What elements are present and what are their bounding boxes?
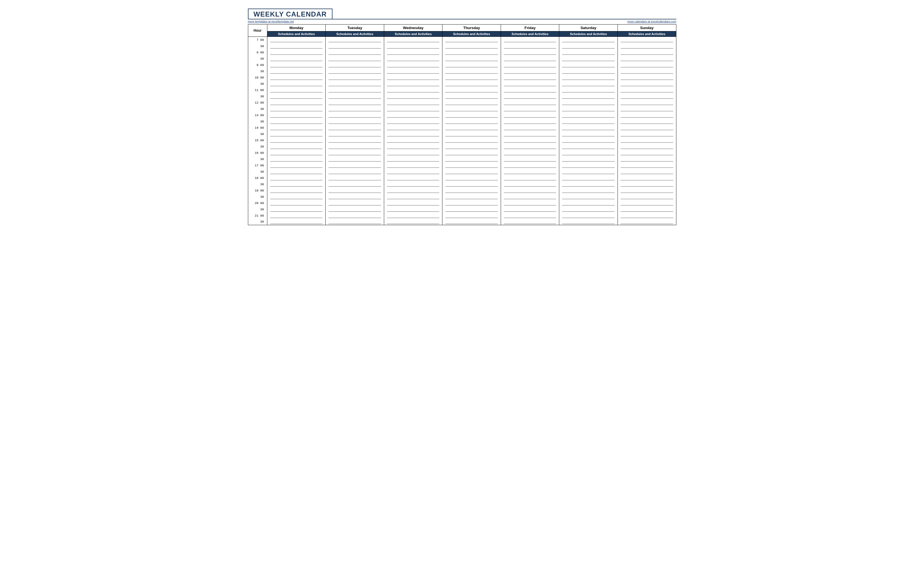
schedule-slot[interactable]: [267, 156, 326, 162]
schedule-slot[interactable]: [442, 55, 501, 62]
schedule-slot[interactable]: [267, 43, 326, 49]
schedule-slot[interactable]: [559, 43, 618, 49]
schedule-slot[interactable]: [442, 68, 501, 75]
schedule-slot[interactable]: [384, 187, 442, 194]
templates-link[interactable]: more templates at exceltemplate.net: [248, 20, 294, 23]
schedule-slot[interactable]: [559, 175, 618, 181]
schedule-slot[interactable]: [559, 169, 618, 175]
schedule-slot[interactable]: [618, 162, 676, 169]
schedule-slot[interactable]: [501, 93, 559, 100]
schedule-slot[interactable]: [384, 144, 442, 150]
schedule-slot[interactable]: [267, 181, 326, 187]
schedule-slot[interactable]: [384, 125, 442, 131]
schedule-slot[interactable]: [559, 87, 618, 93]
schedule-slot[interactable]: [618, 156, 676, 162]
schedule-slot[interactable]: [618, 100, 676, 106]
schedule-slot[interactable]: [384, 37, 442, 43]
schedule-slot[interactable]: [501, 43, 559, 49]
schedule-slot[interactable]: [501, 100, 559, 106]
schedule-slot[interactable]: [618, 81, 676, 87]
schedule-slot[interactable]: [442, 37, 501, 43]
schedule-slot[interactable]: [501, 162, 559, 169]
schedule-slot[interactable]: [267, 49, 326, 55]
schedule-slot[interactable]: [267, 206, 326, 212]
schedule-slot[interactable]: [384, 81, 442, 87]
schedule-slot[interactable]: [618, 112, 676, 118]
schedule-slot[interactable]: [618, 49, 676, 55]
schedule-slot[interactable]: [559, 156, 618, 162]
schedule-slot[interactable]: [442, 137, 501, 144]
schedule-slot[interactable]: [559, 219, 618, 225]
schedule-slot[interactable]: [501, 62, 559, 68]
schedule-slot[interactable]: [326, 75, 384, 81]
schedule-slot[interactable]: [501, 144, 559, 150]
schedule-slot[interactable]: [384, 137, 442, 144]
schedule-slot[interactable]: [442, 212, 501, 219]
schedule-slot[interactable]: [618, 181, 676, 187]
schedule-slot[interactable]: [326, 219, 384, 225]
schedule-slot[interactable]: [501, 169, 559, 175]
schedule-slot[interactable]: [559, 55, 618, 62]
schedule-slot[interactable]: [618, 144, 676, 150]
schedule-slot[interactable]: [501, 131, 559, 137]
schedule-slot[interactable]: [442, 150, 501, 156]
schedule-slot[interactable]: [384, 112, 442, 118]
schedule-slot[interactable]: [384, 118, 442, 125]
schedule-slot[interactable]: [267, 62, 326, 68]
schedule-slot[interactable]: [384, 93, 442, 100]
schedule-slot[interactable]: [618, 75, 676, 81]
schedule-slot[interactable]: [267, 87, 326, 93]
schedule-slot[interactable]: [618, 68, 676, 75]
schedule-slot[interactable]: [442, 75, 501, 81]
schedule-slot[interactable]: [618, 62, 676, 68]
schedule-slot[interactable]: [384, 181, 442, 187]
schedule-slot[interactable]: [326, 150, 384, 156]
schedule-slot[interactable]: [559, 194, 618, 200]
schedule-slot[interactable]: [618, 37, 676, 43]
schedule-slot[interactable]: [326, 68, 384, 75]
schedule-slot[interactable]: [326, 131, 384, 137]
schedule-slot[interactable]: [501, 194, 559, 200]
schedule-slot[interactable]: [384, 49, 442, 55]
schedule-slot[interactable]: [559, 206, 618, 212]
schedule-slot[interactable]: [559, 106, 618, 112]
schedule-slot[interactable]: [267, 169, 326, 175]
schedule-slot[interactable]: [501, 81, 559, 87]
schedule-slot[interactable]: [326, 156, 384, 162]
schedule-slot[interactable]: [326, 175, 384, 181]
schedule-slot[interactable]: [442, 175, 501, 181]
schedule-slot[interactable]: [326, 137, 384, 144]
schedule-slot[interactable]: [384, 150, 442, 156]
schedule-slot[interactable]: [501, 106, 559, 112]
schedule-slot[interactable]: [326, 125, 384, 131]
schedule-slot[interactable]: [559, 187, 618, 194]
schedule-slot[interactable]: [618, 187, 676, 194]
schedule-slot[interactable]: [618, 125, 676, 131]
schedule-slot[interactable]: [267, 37, 326, 43]
schedule-slot[interactable]: [384, 62, 442, 68]
schedule-slot[interactable]: [501, 137, 559, 144]
schedule-slot[interactable]: [267, 112, 326, 118]
schedule-slot[interactable]: [559, 112, 618, 118]
schedule-slot[interactable]: [326, 162, 384, 169]
schedule-slot[interactable]: [501, 37, 559, 43]
schedule-slot[interactable]: [267, 144, 326, 150]
schedule-slot[interactable]: [501, 112, 559, 118]
schedule-slot[interactable]: [442, 156, 501, 162]
schedule-slot[interactable]: [326, 144, 384, 150]
schedule-slot[interactable]: [559, 75, 618, 81]
schedule-slot[interactable]: [384, 87, 442, 93]
schedule-slot[interactable]: [267, 194, 326, 200]
schedule-slot[interactable]: [326, 100, 384, 106]
schedule-slot[interactable]: [326, 206, 384, 212]
schedule-slot[interactable]: [267, 219, 326, 225]
schedule-slot[interactable]: [559, 150, 618, 156]
schedule-slot[interactable]: [618, 212, 676, 219]
schedule-slot[interactable]: [442, 162, 501, 169]
schedule-slot[interactable]: [501, 200, 559, 206]
schedule-slot[interactable]: [384, 75, 442, 81]
schedule-slot[interactable]: [618, 55, 676, 62]
schedule-slot[interactable]: [559, 181, 618, 187]
schedule-slot[interactable]: [501, 75, 559, 81]
schedule-slot[interactable]: [559, 137, 618, 144]
